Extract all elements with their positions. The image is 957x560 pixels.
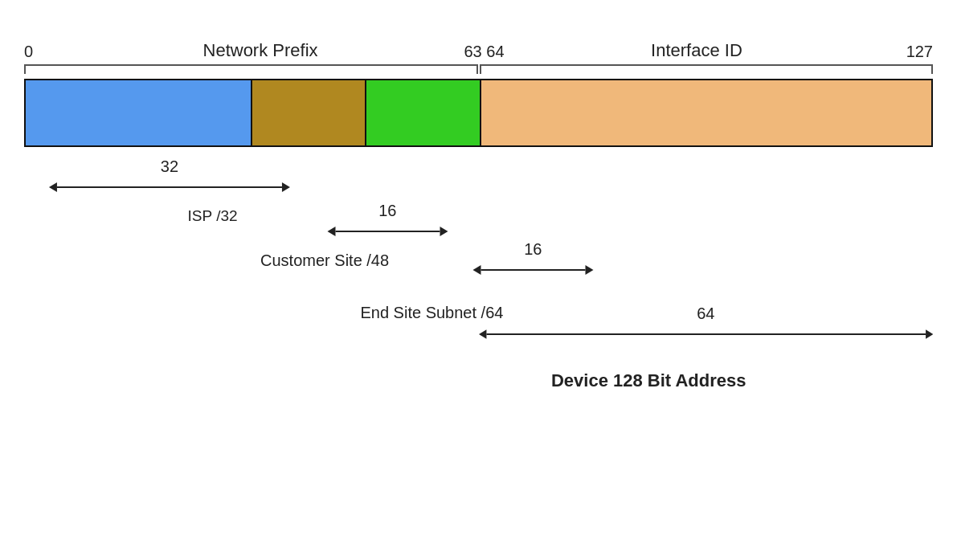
svg-marker-2 bbox=[282, 182, 290, 192]
arrow-16-site-container: 16 bbox=[460, 258, 606, 285]
arrow-16-isp-container: 16 bbox=[315, 219, 460, 247]
label-network-prefix: Network Prefix bbox=[96, 40, 423, 61]
customer-label-text: Customer Site /48 bbox=[260, 251, 389, 269]
arrow-32-svg bbox=[24, 175, 315, 199]
svg-marker-8 bbox=[585, 265, 593, 275]
isp-label-text: ISP /32 bbox=[188, 207, 238, 224]
svg-marker-3 bbox=[327, 227, 335, 236]
arrow-16-site-svg bbox=[460, 258, 606, 282]
label-127: 127 bbox=[906, 43, 933, 61]
bracket-row bbox=[24, 64, 933, 79]
label-zero: 0 bbox=[24, 43, 33, 61]
label-16-isp: 16 bbox=[378, 202, 396, 220]
arrow-16-isp-svg bbox=[315, 219, 460, 243]
bracket-network bbox=[24, 64, 478, 74]
label-interface-id: Interface ID bbox=[524, 40, 869, 61]
svg-marker-11 bbox=[926, 329, 933, 338]
label-64: 64 bbox=[697, 305, 714, 323]
device-label: Device 128 Bit Address bbox=[551, 370, 746, 391]
svg-marker-9 bbox=[479, 329, 486, 338]
label-63-64: 63 64 bbox=[464, 43, 505, 61]
arrow-64-svg bbox=[479, 322, 934, 346]
label-32: 32 bbox=[161, 157, 178, 176]
segment-green bbox=[366, 80, 481, 145]
segment-blue bbox=[26, 80, 252, 145]
arrow-64-container: 64 bbox=[479, 322, 934, 349]
segment-orange bbox=[481, 80, 932, 145]
color-bar bbox=[24, 79, 933, 147]
endsite-label: End Site Subnet /64 bbox=[360, 304, 503, 322]
segment-gold bbox=[252, 80, 366, 145]
svg-marker-0 bbox=[49, 182, 57, 192]
svg-marker-5 bbox=[440, 227, 448, 236]
arrow-32-container: 32 bbox=[24, 175, 315, 202]
label-16-site: 16 bbox=[524, 240, 542, 259]
endsite-label-text: End Site Subnet /64 bbox=[360, 304, 503, 321]
diagram-container: 0 63 64 127 Network Prefix Interface ID bbox=[24, 24, 933, 536]
isp-label: ISP /32 bbox=[188, 207, 238, 225]
top-labels-row: 0 63 64 127 Network Prefix Interface ID bbox=[24, 24, 933, 64]
bracket-interface bbox=[480, 64, 934, 74]
svg-marker-6 bbox=[472, 265, 481, 275]
device-label-text: Device 128 Bit Address bbox=[551, 370, 746, 390]
annotations: 32 ISP /32 16 Customer Site /48 bbox=[24, 147, 933, 452]
customer-label: Customer Site /48 bbox=[260, 251, 389, 270]
